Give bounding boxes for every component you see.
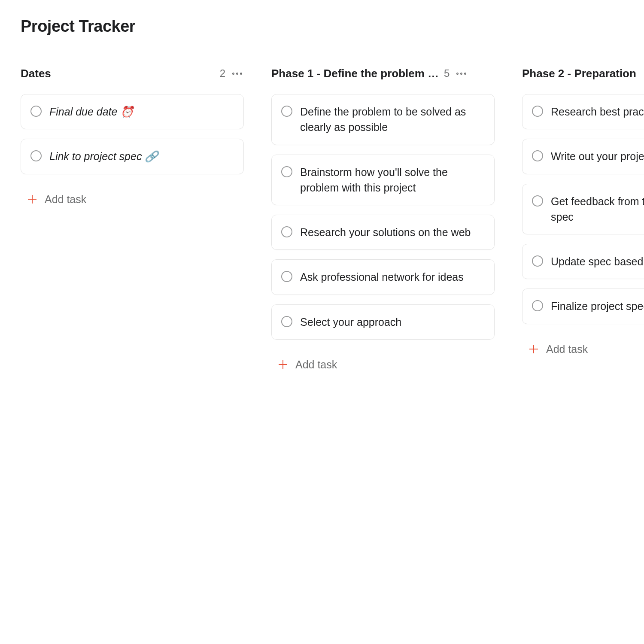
complete-checkbox-icon[interactable] (281, 166, 292, 177)
task-list: Define the problem to be solved as clear… (271, 94, 495, 371)
complete-checkbox-icon[interactable] (30, 150, 42, 161)
task-card[interactable]: Final due date ⏰ (21, 94, 244, 129)
plus-icon (27, 194, 37, 204)
complete-checkbox-icon[interactable] (281, 271, 292, 282)
task-list: Final due date ⏰ Link to project spec 🔗 … (21, 94, 244, 206)
column-count: 2 (220, 67, 225, 79)
page-title: Project Tracker (21, 17, 644, 36)
task-card[interactable]: Research your solutions on the web (271, 215, 495, 250)
task-card[interactable]: Ask professional network for ideas (271, 259, 495, 295)
add-task-button[interactable]: Add task (522, 334, 644, 355)
complete-checkbox-icon[interactable] (532, 150, 543, 161)
complete-checkbox-icon[interactable] (532, 255, 543, 267)
complete-checkbox-icon[interactable] (30, 106, 42, 117)
task-card[interactable]: Get feedback from team on project spec (522, 184, 644, 235)
complete-checkbox-icon[interactable] (281, 316, 292, 327)
complete-checkbox-icon[interactable] (532, 195, 543, 207)
task-title: Research your solutions on the web (300, 225, 471, 240)
task-card[interactable]: Brainstorm how you'll solve the problem … (271, 155, 495, 206)
add-task-label: Add task (295, 358, 337, 371)
task-title: Get feedback from team on project spec (551, 194, 644, 225)
column-more-icon[interactable] (455, 71, 468, 76)
task-card[interactable]: Update spec based on feedback (522, 244, 644, 279)
task-card[interactable]: Select your approach (271, 304, 495, 340)
task-title: Final due date ⏰ (49, 104, 134, 119)
complete-checkbox-icon[interactable] (532, 300, 543, 311)
task-title: Finalize project spec (551, 298, 644, 314)
column-header: Phase 2 - Preparation (522, 67, 644, 80)
task-card[interactable]: Finalize project spec (522, 289, 644, 324)
task-card[interactable]: Link to project spec 🔗 (21, 139, 244, 174)
task-title: Define the problem to be solved as clear… (300, 104, 484, 135)
column-phase-2: Phase 2 - Preparation Research best prac… (522, 67, 644, 355)
task-title: Write out your project spec (551, 149, 644, 164)
task-title: Ask professional network for ideas (300, 269, 464, 285)
column-title[interactable]: Phase 1 - Define the problem … (271, 67, 439, 80)
column-title[interactable]: Dates (21, 67, 51, 80)
task-title: Research best practices for your idea (551, 104, 644, 119)
add-task-button[interactable]: Add task (271, 349, 495, 371)
task-card[interactable]: Define the problem to be solved as clear… (271, 94, 495, 145)
plus-icon (529, 344, 538, 354)
column-header: Dates 2 (21, 67, 244, 80)
task-title: Link to project spec 🔗 (49, 149, 158, 164)
complete-checkbox-icon[interactable] (532, 106, 543, 117)
kanban-board: Dates 2 Final due date ⏰ Link to project… (21, 67, 644, 371)
column-title[interactable]: Phase 2 - Preparation (522, 67, 636, 80)
complete-checkbox-icon[interactable] (281, 226, 292, 237)
column-header: Phase 1 - Define the problem … 5 (271, 67, 495, 80)
complete-checkbox-icon[interactable] (281, 106, 292, 117)
column-phase-1: Phase 1 - Define the problem … 5 Define … (271, 67, 495, 371)
task-title: Select your approach (300, 314, 401, 330)
task-title: Update spec based on feedback (551, 254, 644, 269)
column-more-icon[interactable] (231, 71, 244, 76)
plus-icon (278, 360, 288, 369)
task-card[interactable]: Write out your project spec (522, 139, 644, 174)
column-count: 5 (444, 67, 450, 79)
column-dates: Dates 2 Final due date ⏰ Link to project… (21, 67, 244, 206)
task-title: Brainstorm how you'll solve the problem … (300, 164, 484, 196)
task-list: Research best practices for your idea Wr… (522, 94, 644, 355)
add-task-label: Add task (546, 343, 588, 355)
add-task-button[interactable]: Add task (21, 184, 244, 206)
task-card[interactable]: Research best practices for your idea (522, 94, 644, 129)
add-task-label: Add task (45, 193, 86, 206)
